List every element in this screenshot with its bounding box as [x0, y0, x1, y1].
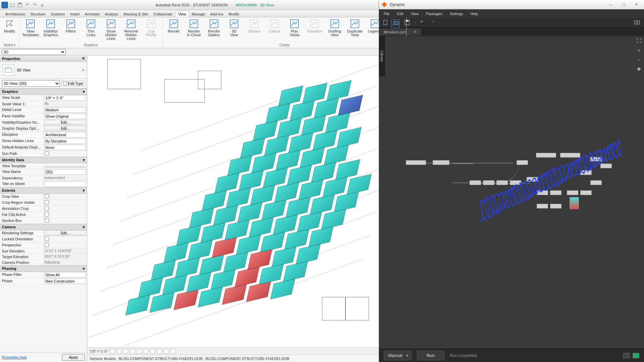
property-value-input[interactable]	[45, 279, 86, 284]
type-selector[interactable]: 3D View: {3D}	[2, 80, 60, 87]
property-edit-button[interactable]	[45, 166, 86, 168]
dynamo-menu-help[interactable]: Help	[470, 12, 478, 16]
dynamo-graph-canvas[interactable]: Library ⛶ + − ✥	[379, 36, 644, 349]
property-checkbox[interactable]	[45, 151, 49, 156]
shadows-icon[interactable]	[130, 349, 135, 354]
dynamo-menu-view[interactable]: View	[411, 12, 419, 16]
run-mode-select[interactable]: Manual	[384, 351, 412, 360]
property-edit-button[interactable]: Edit...	[45, 126, 86, 131]
property-value-input[interactable]	[45, 114, 86, 119]
visibility-graphics-button[interactable]: Visibility/ Graphics	[42, 18, 60, 42]
close-tab-icon[interactable]: ✕	[414, 30, 417, 34]
library-panel-tab[interactable]: Library	[379, 36, 385, 76]
ribbon-tab-massing-site[interactable]: Massing & Site	[121, 11, 151, 17]
fit-view-icon[interactable]: ⛶	[636, 38, 642, 44]
dynamo-node[interactable]	[537, 204, 548, 208]
property-value-input[interactable]	[45, 145, 86, 150]
zoom-out-icon[interactable]: −	[636, 57, 642, 63]
qat-save-icon[interactable]	[17, 2, 23, 8]
qat-redo-icon[interactable]: ↷	[32, 2, 38, 8]
redo-icon[interactable]: ↷	[431, 20, 437, 26]
dynamo-node[interactable]	[433, 160, 449, 165]
property-checkbox[interactable]	[45, 243, 49, 247]
remove-hidden-lines-button[interactable]: Remove Hidden Lines	[122, 18, 140, 42]
sun-path-icon[interactable]	[123, 349, 128, 354]
ribbon-tab-collaborate[interactable]: Collaborate	[151, 11, 175, 17]
view-control-bar[interactable]: 1/8" = 1'-0"	[87, 347, 379, 355]
run-button[interactable]: Run	[417, 351, 444, 360]
dynamo-node[interactable]	[600, 164, 612, 168]
close-icon[interactable]: ✕	[631, 2, 641, 8]
dynamo-node[interactable]	[567, 190, 578, 195]
duplicate-view-button[interactable]: Duplicate View	[346, 18, 364, 42]
ribbon-tab-analyze[interactable]: Analyze	[102, 11, 121, 17]
edit-type-button[interactable]: Edit Type	[61, 81, 85, 86]
ribbon-tab-annotate[interactable]: Annotate	[82, 11, 102, 17]
rendering-icon[interactable]	[137, 349, 142, 354]
dynamo-node[interactable]	[406, 160, 426, 165]
modify-tool-button[interactable]: Modify	[1, 18, 19, 42]
dynamo-node[interactable]	[550, 204, 561, 208]
drafting-view-button[interactable]: Drafting View	[326, 18, 344, 42]
analytical-icon[interactable]	[170, 349, 175, 354]
render-gallery-button[interactable]: Render Gallery	[205, 18, 223, 42]
console-toggle-icon[interactable]	[623, 353, 630, 358]
property-checkbox[interactable]	[45, 200, 49, 204]
3d-view-button[interactable]: 3D View	[225, 18, 243, 42]
dynamo-node[interactable]	[580, 190, 592, 195]
view-scale-display[interactable]: 1/8" = 1'-0"	[90, 349, 108, 353]
ribbon-tab-systems[interactable]: Systems	[48, 11, 67, 17]
unhide-icon[interactable]	[157, 349, 162, 354]
dynamo-node[interactable]	[590, 180, 602, 185]
property-edit-button[interactable]: Edit...	[45, 120, 86, 125]
visual-style-icon[interactable]	[117, 349, 121, 354]
props-group[interactable]: Phasing▾	[0, 265, 87, 272]
zoom-in-icon[interactable]: +	[636, 48, 642, 54]
apply-button[interactable]: Apply	[62, 354, 85, 361]
color-range-node[interactable]	[570, 197, 579, 209]
thin-lines-button[interactable]: Thin Lines	[82, 18, 100, 42]
detail-level-icon[interactable]	[110, 349, 115, 354]
property-checkbox[interactable]	[45, 194, 49, 198]
property-value-input[interactable]	[45, 169, 86, 175]
drawing-area[interactable]: 1/8" = 1'-0" Generic Models : BLDG-COMPO…	[87, 56, 379, 362]
property-checkbox[interactable]	[45, 212, 49, 217]
render-button[interactable]: Render	[165, 18, 183, 42]
dynamo-node[interactable]	[536, 153, 556, 158]
qat-open-icon[interactable]	[9, 2, 15, 8]
property-value-input[interactable]	[45, 107, 86, 113]
dynamo-node[interactable]	[560, 153, 580, 158]
property-edit-button[interactable]: Edit...	[45, 231, 86, 236]
render-cloud-button[interactable]: Render in Cloud	[185, 18, 203, 42]
ribbon-tab-add-ins[interactable]: Add-Ins	[208, 11, 226, 17]
ribbon-tab-manage[interactable]: Manage	[189, 11, 208, 17]
view-type-select[interactable]: 3D	[2, 49, 66, 55]
geometry-preview-icon[interactable]	[633, 353, 639, 358]
dynamo-node[interactable]	[550, 190, 561, 195]
property-value-input[interactable]	[45, 132, 86, 137]
dynamo-menu-edit[interactable]: Edit	[397, 12, 404, 16]
revit-app-icon[interactable]	[1, 2, 8, 8]
undo-icon[interactable]: ↶	[420, 20, 426, 26]
camera-icon[interactable]	[634, 20, 640, 26]
temp-hide-icon[interactable]	[164, 349, 168, 354]
props-group[interactable]: Graphics▾	[0, 88, 87, 95]
qat-undo-icon[interactable]: ↶	[24, 2, 30, 8]
minimize-icon[interactable]: —	[606, 2, 616, 8]
property-checkbox[interactable]	[45, 218, 49, 223]
qat-print-icon[interactable]: ⎙	[39, 2, 45, 8]
pan-icon[interactable]: ✥	[636, 66, 642, 72]
crop-icon[interactable]	[144, 349, 148, 354]
show-hidden-lines-button[interactable]: Show Hidden Lines	[102, 18, 120, 42]
properties-help-link[interactable]: Properties help	[2, 355, 27, 359]
dynamo-menu-packages[interactable]: Packages	[426, 12, 442, 16]
property-value-input[interactable]	[45, 95, 86, 101]
filters-button[interactable]: Filters	[62, 18, 80, 42]
dynamo-menu-file[interactable]: File	[384, 12, 390, 16]
select-panel-label[interactable]: Select ▾	[4, 43, 16, 47]
dynamo-menu-settings[interactable]: Settings	[450, 12, 463, 16]
ribbon-tab-modify[interactable]: Modify	[226, 11, 242, 17]
ribbon-tab-structure[interactable]: Structure	[28, 11, 48, 17]
crop-visible-icon[interactable]	[150, 349, 155, 354]
type-name[interactable]: 3D View	[17, 68, 31, 72]
